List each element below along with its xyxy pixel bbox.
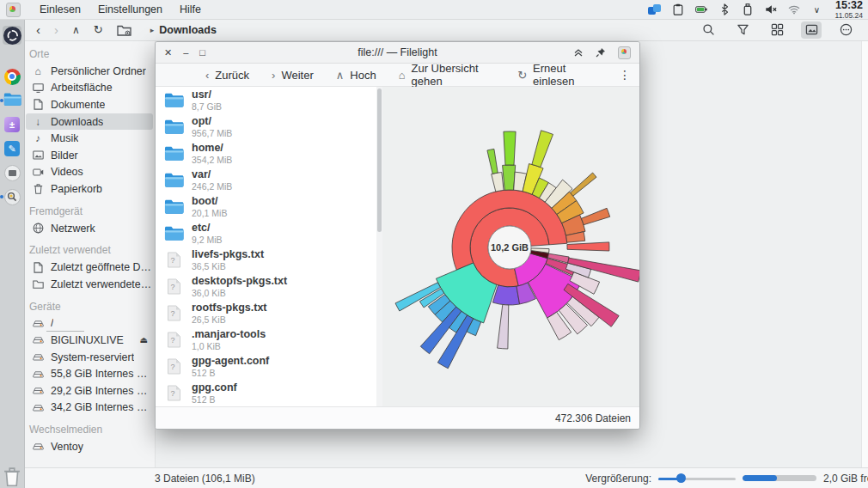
text-editor-launcher-icon[interactable]: ✎ [3, 139, 21, 158]
places-item[interactable]: ⌂ Persönlicher Ordner [26, 63, 153, 80]
list-item[interactable]: var/ 246,2 MiB [156, 167, 376, 193]
places-item[interactable]: Netzwerk [26, 220, 153, 237]
filelight-launcher-icon[interactable] [3, 26, 21, 45]
places-section-header: Zuletzt verwendet [29, 244, 155, 256]
dolphin-launcher-icon[interactable] [3, 91, 21, 110]
pin-icon[interactable] [596, 47, 606, 58]
filelight-titlebar[interactable]: ✕ – □ file:/// — Filelight [156, 42, 639, 64]
list-item[interactable]: boot/ 20,1 MiB [156, 193, 376, 220]
up-icon[interactable]: ∧ [72, 25, 80, 35]
list-item[interactable]: ? rootfs-pkgs.txt 26,5 KiB [156, 300, 376, 326]
eject-icon[interactable]: ⏏ [140, 335, 148, 345]
list-item[interactable]: ? .manjaro-tools 1,0 KiB [156, 326, 376, 353]
battery-icon[interactable] [694, 3, 708, 16]
file-name: etc/ [192, 222, 223, 234]
svg-text:?: ? [170, 363, 174, 371]
rescan-button[interactable]: ↻ Erneut einlesen [517, 62, 596, 88]
clock[interactable]: 15:32 11.05.24 [835, 0, 863, 19]
menubar-menu[interactable]: Einlesen [33, 2, 88, 17]
back-button[interactable]: ‹ Zurück [205, 69, 249, 82]
file-name: usr/ [192, 88, 222, 101]
minimize-icon[interactable]: – [183, 48, 188, 58]
places-item[interactable]: Videos [26, 164, 153, 181]
preview-icon[interactable] [801, 21, 822, 39]
forward-button[interactable]: › Weiter [272, 69, 314, 82]
overview-button[interactable]: ⌂ Zur Übersicht gehen [399, 62, 496, 88]
view-scrollbar[interactable] [861, 40, 868, 468]
up-icon: ∧ [336, 70, 345, 81]
chrome-launcher-icon[interactable] [3, 67, 21, 86]
search-icon[interactable] [698, 21, 718, 39]
calculator-launcher-icon[interactable]: ± [3, 115, 21, 134]
zoom-slider-handle[interactable] [676, 473, 686, 483]
places-item[interactable]: / [26, 315, 153, 332]
places-item[interactable]: Bilder [26, 147, 153, 164]
places-item[interactable]: 34,2 GiB Internes Lauf… [26, 400, 153, 417]
search-launcher-icon[interactable] [3, 187, 21, 206]
list-item[interactable]: ? gpg-agent.conf 512 B [156, 353, 376, 380]
list-item[interactable]: home/ 354,2 MiB [156, 140, 376, 167]
back-icon[interactable]: ‹ [36, 23, 40, 36]
filter-icon[interactable] [732, 21, 753, 39]
places-item-label: Downloads [51, 116, 103, 128]
list-item[interactable]: ? gpg.conf 512 B [156, 380, 376, 406]
forward-icon[interactable]: › [54, 23, 58, 36]
up-button[interactable]: ∧ Hoch [336, 69, 376, 82]
drive-icon [31, 351, 45, 363]
places-item[interactable]: ↓ Downloads [26, 113, 153, 131]
hamburger-menu-icon[interactable] [835, 21, 856, 39]
places-item-label: BIGLINUXLIVE [51, 334, 124, 346]
workspaces-icon[interactable] [648, 3, 662, 16]
expand-tray-icon[interactable]: ∨ [810, 3, 824, 16]
filelight-scrollbar[interactable] [376, 87, 382, 406]
list-item[interactable]: ? livefs-pkgs.txt 36,5 KiB [156, 247, 376, 273]
places-item[interactable]: Dokumente [26, 96, 153, 113]
svg-text:?: ? [170, 389, 174, 398]
list-item[interactable]: ? desktopfs-pkgs.txt 36,0 KiB [156, 273, 376, 300]
file-name: .manjaro-tools [192, 328, 266, 340]
places-section-header: Wechselmedien [29, 424, 155, 436]
file-size: 26,5 KiB [192, 314, 267, 325]
clipboard-icon[interactable] [671, 3, 685, 16]
trash-launcher-icon[interactable] [3, 467, 21, 485]
file-size: 1,0 KiB [192, 341, 266, 351]
places-item[interactable]: Zuletzt verwendete Orte [26, 276, 153, 293]
unknown-file-icon: ? [164, 252, 184, 268]
places-item[interactable]: Papierkorb [26, 180, 153, 198]
list-item[interactable]: etc/ 9,2 MiB [156, 220, 376, 247]
breadcrumb[interactable]: ▸ Downloads [150, 24, 217, 36]
user-home-icon: ⌂ [31, 65, 45, 77]
software-launcher-icon[interactable] [3, 163, 21, 182]
volume-muted-icon[interactable] [764, 3, 778, 16]
grid-view-icon[interactable] [767, 21, 787, 39]
places-item[interactable]: System-reserviert [26, 349, 153, 366]
close-icon[interactable]: ✕ [164, 48, 172, 58]
overflow-menu-icon[interactable]: ⋮ [619, 68, 631, 82]
zoom-slider[interactable] [658, 473, 736, 484]
system-tray: ∨ 15:32 11.05.24 [648, 0, 868, 19]
places-item[interactable]: 55,8 GiB Internes Lauf… [26, 365, 153, 382]
reload-icon[interactable]: ↻ [94, 24, 103, 35]
places-item[interactable]: ♪ Musik [26, 130, 153, 147]
folder-icon [164, 198, 184, 215]
global-menubar: EinlesenEinstellungenHilfe ∨ 15:32 11.05… [0, 0, 868, 20]
unknown-file-icon: ? [164, 385, 184, 401]
menubar-menu[interactable]: Hilfe [173, 2, 208, 17]
list-item[interactable]: opt/ 956,7 MiB [156, 113, 376, 140]
menubar-menu[interactable]: Einstellungen [91, 2, 169, 17]
bluetooth-icon[interactable] [718, 3, 731, 16]
usb-device-icon[interactable] [741, 3, 755, 16]
keep-above-icon[interactable] [573, 47, 584, 58]
places-item[interactable]: Ventoy [26, 438, 153, 455]
new-tab-folder-icon[interactable] [117, 24, 131, 36]
sunburst-chart[interactable]: 10,2 GiB [382, 87, 640, 408]
list-item[interactable]: usr/ 8,7 GiB [156, 87, 376, 113]
places-item[interactable]: 29,2 GiB Internes Lauf… [26, 382, 153, 400]
drive-icon [31, 385, 45, 396]
places-item[interactable]: Arbeitsfläche [26, 80, 153, 97]
downloads-icon: ↓ [31, 116, 45, 128]
places-item[interactable]: Zuletzt geöffnete Datei… [26, 259, 153, 276]
maximize-icon[interactable]: □ [199, 48, 205, 58]
places-item[interactable]: BIGLINUXLIVE ⏏ [26, 332, 153, 349]
wifi-icon[interactable] [787, 3, 801, 16]
